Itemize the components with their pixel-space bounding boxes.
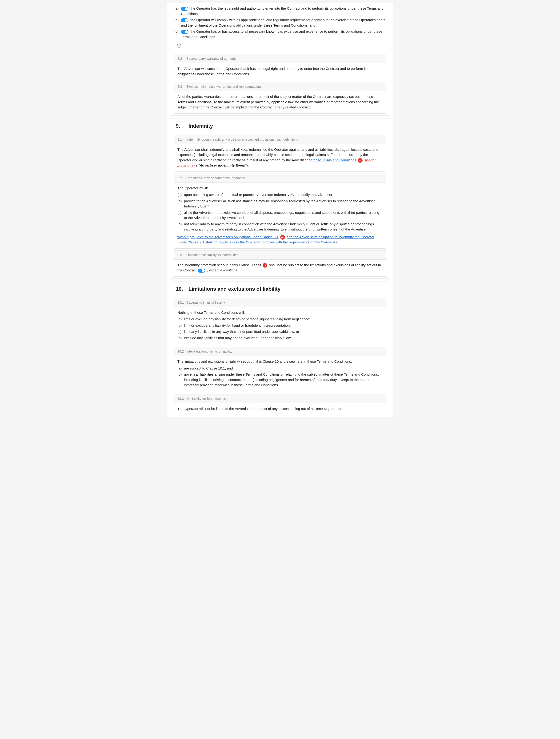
section-8-block: (a) the Operator has the legal right and… xyxy=(171,3,389,116)
clause-10-1-text-c: limit any liabilities in any way that is… xyxy=(184,329,299,334)
clause-10-2: 10.2 Interpretation of limits of liabili… xyxy=(174,347,386,392)
clause-10-2-text-a: are subject to Clause 10.1; and xyxy=(184,366,233,371)
clause-8-2-num: 8.2 xyxy=(177,56,186,61)
clause-8-1-items: (a) the Operator has the legal right and… xyxy=(171,3,389,52)
clause-9-3-header: 9.3 Limitations of liability vs indemnit… xyxy=(174,251,386,260)
clause-9-1-num: 9.1 xyxy=(177,137,186,142)
clause-10-1-text-d: exclude any liabilities that may not be … xyxy=(184,335,292,341)
list-item-a: (a) the Operator has the legal right and… xyxy=(174,6,386,16)
list-label-a: (a) xyxy=(174,6,181,11)
clause-10-2-body: The limitations and exclusions of liabil… xyxy=(174,356,386,392)
list-item-c: (c) the Operator has or has access to al… xyxy=(174,29,386,39)
list-item-b: (b) the Operator will comply with all ap… xyxy=(174,17,386,28)
advertiser-indemnity-event: Advertiser Indemnity Event xyxy=(200,163,245,167)
clause-9-1-header: 9.1 Indemnity upon breach: any provision… xyxy=(174,135,386,144)
clause-9-2-label-b: (b) xyxy=(177,198,184,204)
clause-8-3-body: All of the parties' warranties and repre… xyxy=(174,91,386,113)
clause-9-2-label-d: (d) xyxy=(177,221,184,227)
toggle-9-3[interactable] xyxy=(198,269,205,273)
clause-9-2-item-c: (c) allow the Advertiser the exclusive c… xyxy=(177,210,383,220)
clause-9-2-title: Conditions upon second party indemnity xyxy=(186,176,245,181)
section-10-number: 10. xyxy=(176,285,185,293)
clause-10-3-body: The Operator will not be liable to the A… xyxy=(174,403,386,415)
clause-10-2-label-b: (b) xyxy=(177,372,184,377)
clause-10-1-body: Nothing in these Terms and Conditions wi… xyxy=(174,307,386,345)
clause-9-3: 9.3 Limitations of liability vs indemnit… xyxy=(174,251,386,277)
exceptions-link[interactable]: exceptions xyxy=(221,268,238,272)
clause-9-2-header: 9.2 Conditions upon second party indemni… xyxy=(174,174,386,183)
clause-8-3: 8.3 Exclusion of implied warranties and … xyxy=(174,82,386,114)
toggle-a[interactable] xyxy=(181,7,188,11)
list-label-c: (c) xyxy=(174,29,181,34)
clause-10-2-text-b: govern all liabilities arising under the… xyxy=(184,372,383,388)
clause-10-3-header: 10.3 No liability for force majeure xyxy=(174,395,386,403)
shall-not-strikethrough: shall not xyxy=(269,263,282,267)
clause-9-2-item-d: (d) not admit liability to any third par… xyxy=(177,221,383,232)
clause-8-3-header: 8.3 Exclusion of implied warranties and … xyxy=(174,82,386,91)
section-10-block: 10. Limitations and exclusions of liabil… xyxy=(171,282,389,417)
section-9-header: 9. Indemnity xyxy=(171,119,389,133)
clause-8-3-num: 8.3 xyxy=(177,84,186,89)
clause-9-2-body: The Operator must: (a) upon becoming awa… xyxy=(174,183,386,248)
clause-10-2-item-a: (a) are subject to Clause 10.1; and xyxy=(177,366,383,371)
clause-9-2-text-c: allow the Advertiser the exclusive condu… xyxy=(184,210,383,220)
clause-10-1-text-b: limit or exclude any liability for fraud… xyxy=(184,323,291,328)
clause-10-3: 10.3 No liability for force majeure The … xyxy=(174,394,386,415)
clause-9-1-text: The Advertiser shall indemnify and shall… xyxy=(177,147,383,168)
section-9-number: 9. xyxy=(176,122,185,130)
clause-8-2: 8.2 Second party warranty of authority T… xyxy=(174,54,386,80)
clause-9-1-title: Indemnity upon breach: any provision or … xyxy=(186,137,298,142)
clause-9-3-text: The indemnity protection set out in this… xyxy=(177,263,383,273)
clause-9-2-item-a: (a) upon becoming aware of an actual or … xyxy=(177,192,383,197)
clause-8-3-title: Exclusion of implied warranties and repr… xyxy=(186,84,262,89)
list-item-b-content: the Operator will comply with all applic… xyxy=(181,17,386,28)
clause-10-2-num: 10.2 xyxy=(177,349,186,354)
clause-9-3-num: 9.3 xyxy=(177,253,186,258)
section-9-title: Indemnity xyxy=(188,122,213,130)
clause-10-1-label-b: (b) xyxy=(177,323,184,328)
clause-10-1-header: 10.1 Caveats to limits of liability xyxy=(174,298,386,307)
clause-10-1-item-c: (c) limit any liabilities in any way tha… xyxy=(177,329,383,334)
clause-8-2-header: 8.2 Second party warranty of authority xyxy=(174,54,386,63)
clause-9-2-label-c: (c) xyxy=(177,210,184,215)
clause-9-2-footer-highlighted: without prejudice to the Advertiser's ob… xyxy=(177,235,279,239)
clause-10-1-item-b: (b) limit or exclude any liability for f… xyxy=(177,323,383,328)
clause-10-3-title: No liability for force majeure xyxy=(186,396,227,401)
move-icon[interactable]: ⨁ xyxy=(177,42,181,49)
clause-9-1-body: The Advertiser shall indemnify and shall… xyxy=(174,144,386,171)
clause-9-2: 9.2 Conditions upon second party indemni… xyxy=(174,174,386,249)
clause-9-3-body: The indemnity protection set out in this… xyxy=(174,260,386,276)
clause-10-1-intro: Nothing in these Terms and Conditions wi… xyxy=(177,310,383,315)
page-container: (a) the Operator has the legal right and… xyxy=(167,3,393,417)
clause-9-2-text-d: not admit liability to any third party i… xyxy=(184,221,383,232)
toggle-c[interactable] xyxy=(181,30,188,34)
clause-9-2-num: 9.2 xyxy=(177,176,186,181)
clause-9-2-text-b: provide to the Advertiser all such assis… xyxy=(184,198,383,209)
clause-10-2-header: 10.2 Interpretation of limits of liabili… xyxy=(174,347,386,356)
clause-8-2-title: Second party warranty of authority xyxy=(186,56,237,61)
clause-10-1-num: 10.1 xyxy=(177,300,186,305)
clause-10-3-num: 10.3 xyxy=(177,396,186,401)
clause-10-1-label-a: (a) xyxy=(177,317,184,322)
clause-9-3-title: Limitations of liability vs indemnities xyxy=(186,253,238,258)
clause-8-3-text: All of the parties' warranties and repre… xyxy=(177,94,383,110)
section-9-block: 9. Indemnity 9.1 Indemnity upon breach: … xyxy=(171,119,389,279)
clause-9-1: 9.1 Indemnity upon breach: any provision… xyxy=(174,135,386,172)
clause-10-3-text: The Operator will not be liable to the A… xyxy=(177,406,383,412)
list-item-a-content: the Operator has the legal right and aut… xyxy=(181,6,386,16)
clause-10-2-item-b: (b) govern all liabilities arising under… xyxy=(177,372,383,388)
toggle-b[interactable] xyxy=(181,18,188,22)
these-terms-link[interactable]: these Terms and Conditions xyxy=(312,158,356,162)
clause-10-2-intro: The limitations and exclusions of liabil… xyxy=(177,359,383,364)
clause-8-2-text: The Advertiser warrants to the Operator … xyxy=(177,66,383,77)
clause-9-2-label-a: (a) xyxy=(177,192,184,197)
or-badge-9-1: or xyxy=(358,158,363,163)
clause-10-1-label-d: (d) xyxy=(177,335,184,341)
clause-10-1-item-d: (d) exclude any liabilities that may not… xyxy=(177,335,383,341)
clause-10-2-title: Interpretation of limits of liability xyxy=(186,349,232,354)
or-badge-9-3: or xyxy=(263,263,267,268)
section-10-title: Limitations and exclusions of liability xyxy=(188,285,280,293)
list-label-b: (b) xyxy=(174,17,181,23)
clause-9-2-item-b: (b) provide to the Advertiser all such a… xyxy=(177,198,383,209)
list-item-c-content: the Operator has or has access to all ne… xyxy=(181,29,386,39)
